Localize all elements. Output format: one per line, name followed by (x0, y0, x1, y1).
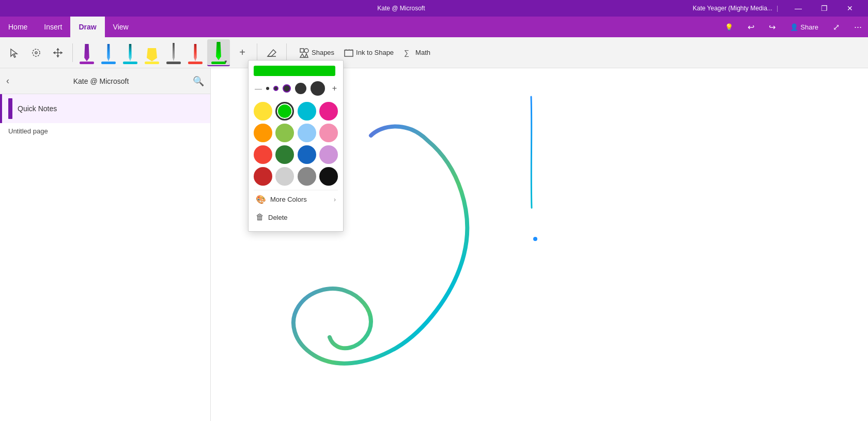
pen-dark-shape (172, 43, 176, 62)
swatch-lavender[interactable] (319, 145, 338, 164)
pen-blue-bar (101, 62, 116, 64)
ribbon: Home Insert Draw View 💡 ↩ ↪ 👤 Share ⤢ ··… (0, 17, 868, 37)
tab-insert[interactable]: Insert (36, 17, 70, 37)
titlebar-user: Kate Yeager (Mighty Media... (693, 5, 772, 12)
swatch-dark-red[interactable] (254, 167, 272, 186)
pen-cyan-button[interactable] (120, 39, 140, 66)
move-tool-button[interactable] (48, 40, 68, 65)
swatch-olive[interactable] (275, 124, 294, 142)
sidebar-search-button[interactable]: 🔍 (193, 76, 204, 87)
expand-button[interactable]: ⤢ (829, 20, 844, 34)
ink-to-shape-label: Ink to Shape (356, 49, 394, 56)
svg-marker-12 (305, 54, 308, 57)
swatch-black[interactable] (319, 167, 338, 186)
swatch-gray[interactable] (298, 167, 316, 186)
small-dot (533, 237, 537, 241)
size-row: — + (254, 81, 338, 96)
lasso-tool-button[interactable] (26, 40, 47, 65)
svg-marker-4 (56, 48, 59, 50)
sidebar-header: ‹ Kate @ Microsoft 🔍 (0, 68, 210, 94)
tab-home[interactable]: Home (0, 17, 36, 37)
delete-row[interactable]: 🗑 Delete (254, 208, 338, 226)
pen-purple-bar (80, 62, 94, 64)
lightbulb-button[interactable]: 💡 (721, 21, 737, 33)
share-icon: 👤 (790, 23, 798, 31)
eraser-icon (266, 47, 277, 58)
separator-2 (257, 43, 257, 62)
sidebar-content: ‹ Kate @ Microsoft 🔍 Quick Notes Untitle… (0, 68, 210, 421)
page-untitled[interactable]: Untitled page (0, 123, 210, 139)
math-button[interactable]: ∑ Math (399, 42, 435, 63)
pen-green-button[interactable]: ▼ (207, 39, 230, 66)
pen-purple-button[interactable] (77, 39, 97, 66)
more-button[interactable]: ··· (850, 20, 866, 35)
pen-green-chevron: ▼ (224, 59, 228, 64)
svg-rect-13 (345, 50, 353, 56)
more-colors-chevron: › (334, 196, 336, 203)
tab-draw[interactable]: Draw (70, 17, 104, 37)
swatch-orange[interactable] (254, 124, 272, 142)
pen-highlighter-bar (145, 62, 159, 64)
color-grid (254, 102, 338, 186)
svg-point-0 (33, 49, 40, 56)
vertical-line (531, 97, 532, 208)
share-button[interactable]: 👤 Share (786, 21, 823, 33)
undo-icon: ↩ (748, 22, 754, 32)
more-icon: ··· (854, 22, 862, 33)
svg-marker-7 (60, 51, 63, 54)
titlebar: Kate @ Microsoft Kate Yeager (Mighty Med… (0, 0, 868, 17)
pen-dark-button[interactable] (164, 39, 183, 66)
swatch-pink[interactable] (319, 124, 338, 142)
swatch-yellow[interactable] (254, 102, 272, 121)
close-button[interactable]: ✕ (838, 0, 862, 17)
ink-to-shape-button[interactable]: Ink to Shape (339, 42, 398, 63)
pen-blue-button[interactable] (99, 39, 118, 66)
swatch-magenta[interactable] (319, 102, 338, 121)
swatch-light-blue[interactable] (298, 124, 316, 142)
pen-red-button[interactable] (185, 39, 205, 66)
swatch-dark-green[interactable] (275, 145, 294, 164)
swatch-light-gray[interactable] (275, 167, 294, 186)
separator-3 (286, 43, 287, 62)
notebook-color-bar (8, 98, 12, 119)
swatch-blue[interactable] (298, 145, 316, 164)
shapes-label: Shapes (312, 49, 334, 56)
color-picker-popup: — + 🎨 More Colors › 🗑 Delete (248, 60, 344, 232)
restore-button[interactable]: ❐ (812, 0, 836, 17)
sidebar-title: Kate @ Microsoft (9, 77, 193, 85)
size-add-button[interactable]: + (332, 84, 337, 93)
notebook-quick-notes[interactable]: Quick Notes (0, 94, 210, 123)
redo-button[interactable]: ↪ (765, 20, 780, 34)
swatch-green-bright[interactable] (275, 102, 294, 121)
titlebar-right: Kate Yeager (Mighty Media... | — ❐ ✕ (693, 0, 862, 17)
svg-rect-9 (300, 49, 304, 52)
color-preview-bar (254, 66, 335, 76)
size-md[interactable] (283, 84, 291, 93)
swatch-cyan[interactable] (298, 102, 316, 121)
minimize-button[interactable]: — (786, 0, 810, 17)
expand-icon: ⤢ (833, 22, 840, 32)
more-colors-row[interactable]: 🎨 More Colors › (254, 190, 338, 208)
undo-button[interactable]: ↩ (743, 20, 758, 34)
size-xs[interactable] (266, 87, 269, 90)
titlebar-controls: — ❐ ✕ (786, 0, 862, 17)
swatch-red[interactable] (254, 145, 272, 164)
ink-to-shape-icon (344, 48, 354, 58)
delete-icon: 🗑 (256, 213, 264, 222)
size-sm[interactable] (273, 86, 278, 91)
select-tool-button[interactable] (4, 40, 25, 65)
pen-cyan-bar (123, 62, 137, 64)
pen-red-bar (188, 62, 203, 64)
pen-red-shape (193, 44, 198, 62)
more-colors-icon: 🎨 (256, 194, 266, 204)
size-xl[interactable] (311, 81, 325, 96)
pen-highlighter-button[interactable] (142, 39, 162, 66)
select-tools-group (4, 40, 68, 65)
pen-blue-shape (106, 44, 111, 62)
page-untitled-label: Untitled page (8, 127, 48, 135)
sidebar: ‹ Kate @ Microsoft 🔍 Quick Notes Untitle… (0, 68, 211, 421)
size-lg[interactable] (295, 83, 306, 94)
pen-green-shape (215, 42, 222, 61)
tab-view[interactable]: View (105, 17, 137, 37)
titlebar-title: Kate @ Microsoft (110, 5, 693, 12)
